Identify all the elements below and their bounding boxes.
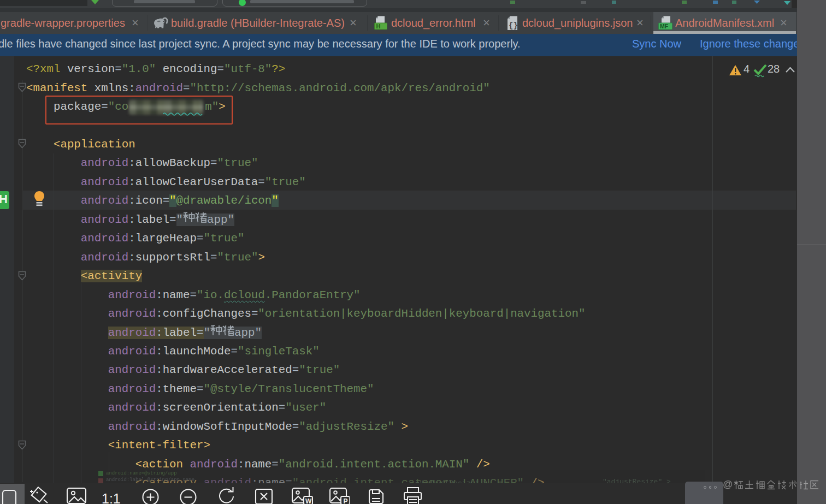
svg-text:@: @ — [723, 479, 733, 490]
svg-text:W: W — [305, 497, 312, 504]
svg-text:H: H — [376, 23, 381, 29]
svg-text:MF: MF — [660, 23, 669, 29]
svg-text:P: P — [344, 497, 348, 504]
svg-text:{}: {} — [509, 21, 518, 30]
